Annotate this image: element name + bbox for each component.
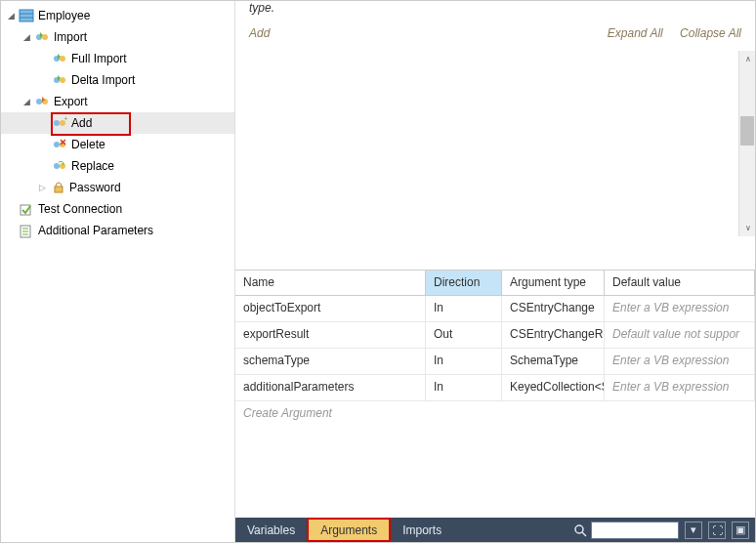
collapse-panel-icon[interactable]: ▣: [732, 522, 749, 539]
cell-argtype[interactable]: CSEntryChangeRes: [502, 322, 605, 348]
cell-name[interactable]: objectToExport: [235, 296, 426, 321]
svg-point-26: [575, 525, 583, 533]
tree-item-delta-import[interactable]: Delta Import: [1, 69, 234, 91]
scroll-thumb[interactable]: [740, 116, 754, 146]
tree-item-import[interactable]: ◢ Import: [1, 26, 234, 48]
grid-row[interactable]: additionalParameters In KeyedCollection<…: [235, 375, 755, 401]
delete-icon: [52, 137, 67, 152]
tree-label: Delete: [71, 138, 105, 151]
col-header-name[interactable]: Name: [235, 271, 426, 295]
col-header-default[interactable]: Default value: [605, 271, 755, 295]
tree-item-test-connection[interactable]: Test Connection: [1, 198, 234, 220]
scroll-down-icon[interactable]: ∨: [739, 220, 756, 236]
svg-point-9: [36, 99, 42, 104]
cell-argtype[interactable]: SchemaType: [502, 349, 605, 374]
cell-argtype[interactable]: CSEntryChange: [502, 296, 605, 321]
arguments-grid: Name Direction Argument type Default val…: [235, 270, 755, 518]
cell-default[interactable]: Enter a VB expression: [605, 349, 755, 374]
parameters-icon: [19, 223, 34, 238]
col-header-argtype[interactable]: Argument type: [502, 271, 605, 295]
import-icon: [34, 29, 50, 45]
svg-text:+: +: [63, 115, 67, 123]
svg-point-11: [54, 120, 60, 126]
tree-item-add[interactable]: + Add: [1, 112, 234, 134]
tab-arguments[interactable]: Arguments: [307, 518, 391, 542]
cell-default[interactable]: Default value not suppor: [605, 322, 755, 348]
col-header-direction[interactable]: Direction: [426, 271, 502, 295]
svg-point-18: [54, 163, 60, 169]
search-input[interactable]: [591, 522, 679, 539]
add-link[interactable]: Add: [249, 26, 270, 40]
tree-item-employee[interactable]: ◢ Employee: [1, 5, 234, 26]
tab-imports[interactable]: Imports: [391, 518, 453, 542]
main-panel: type. Add Expand All Collapse All ∧ ∨ Na…: [235, 1, 755, 542]
svg-line-27: [582, 532, 586, 536]
tree-label: Import: [54, 30, 87, 44]
tree-label: Delta Import: [71, 73, 135, 87]
full-import-icon: [52, 51, 67, 66]
cell-direction[interactable]: In: [426, 349, 502, 374]
grid-row[interactable]: schemaType In SchemaType Enter a VB expr…: [235, 349, 755, 375]
cell-default[interactable]: Enter a VB expression: [605, 375, 755, 400]
cell-direction[interactable]: Out: [426, 322, 502, 348]
cell-direction[interactable]: In: [426, 375, 502, 400]
tree-item-delete[interactable]: Delete: [1, 134, 234, 155]
scroll-up-icon[interactable]: ∧: [739, 51, 756, 67]
svg-rect-0: [20, 10, 33, 21]
zoom-dropdown-icon[interactable]: ▾: [685, 522, 702, 539]
expand-all-link[interactable]: Expand All: [608, 26, 663, 40]
tree-label: Password: [69, 181, 121, 194]
add-icon: +: [52, 115, 67, 131]
grid-row[interactable]: exportResult Out CSEntryChangeRes Defaul…: [235, 322, 755, 349]
cell-default[interactable]: Enter a VB expression: [605, 296, 755, 321]
grid-header-row: Name Direction Argument type Default val…: [235, 271, 755, 296]
expander-icon[interactable]: ◢: [5, 10, 17, 21]
vertical-scrollbar[interactable]: ∧ ∨: [738, 51, 755, 236]
grid-row[interactable]: objectToExport In CSEntryChange Enter a …: [235, 296, 755, 322]
tree-item-replace[interactable]: Replace: [1, 155, 234, 177]
replace-icon: [52, 158, 67, 174]
create-argument-row[interactable]: Create Argument: [235, 401, 755, 425]
test-connection-icon: [19, 201, 34, 217]
tree-panel: ◢ Employee ◢ Import Full Import Delta Im…: [1, 1, 235, 542]
cell-direction[interactable]: In: [426, 296, 502, 321]
svg-point-19: [60, 163, 65, 169]
search-icon[interactable]: [573, 523, 587, 537]
tree-label: Export: [54, 95, 88, 108]
tree-item-additional-params[interactable]: Additional Parameters: [1, 220, 234, 241]
tree-item-export[interactable]: ◢ Export: [1, 91, 234, 112]
expander-icon[interactable]: ▷: [36, 182, 48, 193]
password-icon: [50, 180, 65, 195]
cell-name[interactable]: additionalParameters: [235, 375, 426, 400]
expander-icon[interactable]: ◢: [21, 31, 32, 43]
expander-icon[interactable]: ◢: [21, 96, 32, 107]
svg-point-14: [54, 142, 60, 147]
svg-rect-20: [55, 187, 63, 192]
expand-panel-icon[interactable]: ⛶: [708, 522, 726, 539]
tab-variables[interactable]: Variables: [235, 518, 307, 542]
delta-import-icon: [52, 72, 67, 88]
cell-name[interactable]: schemaType: [235, 349, 426, 374]
tree-item-full-import[interactable]: Full Import: [1, 48, 234, 69]
tree-label: Test Connection: [38, 202, 122, 216]
cell-name[interactable]: exportResult: [235, 322, 426, 348]
tree-label: Full Import: [71, 52, 127, 65]
tree-label: Additional Parameters: [38, 224, 153, 237]
tree-label: Employee: [38, 9, 90, 22]
truncated-type-text: type.: [235, 1, 755, 21]
action-bar: Add Expand All Collapse All: [235, 21, 755, 51]
tree-item-password[interactable]: ▷ Password: [1, 177, 234, 198]
export-icon: [34, 94, 50, 109]
cell-argtype[interactable]: KeyedCollection<S: [502, 375, 605, 400]
bottom-tabs: Variables Arguments Imports ▾ ⛶ ▣: [235, 518, 755, 542]
table-icon: [19, 8, 34, 23]
collapse-all-link[interactable]: Collapse All: [680, 26, 741, 40]
spacer: [5, 225, 17, 236]
spacer: [5, 203, 17, 215]
tree-label: Add: [71, 116, 92, 130]
tree-label: Replace: [71, 159, 114, 173]
